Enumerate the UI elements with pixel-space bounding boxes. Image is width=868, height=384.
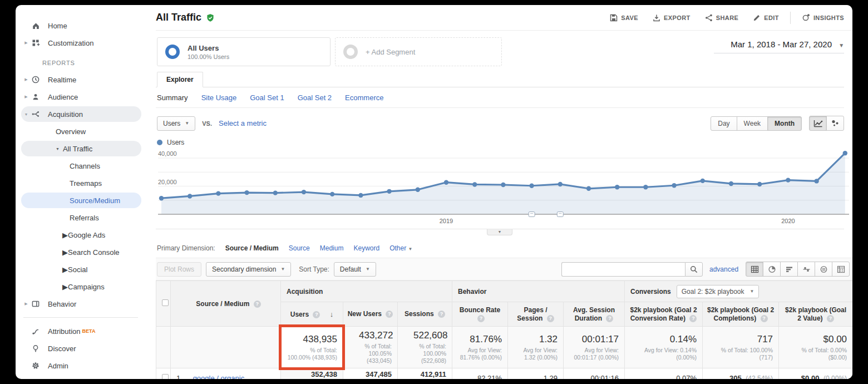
share-button[interactable]: SHARE <box>705 14 739 22</box>
subtab-goal-set-2[interactable]: Goal Set 2 <box>298 93 332 102</box>
sidebar-item-source-medium[interactable]: Source/Medium <box>21 193 141 208</box>
granularity-month-button[interactable]: Month <box>767 116 802 131</box>
dimension-other-dropdown[interactable]: Other ▼ <box>389 244 412 252</box>
help-icon[interactable]: ? <box>761 315 768 322</box>
source-medium-link[interactable]: google / organic <box>193 374 245 379</box>
metric-dropdown[interactable]: Users ▼ <box>157 116 195 131</box>
sidebar-item-google-ads[interactable]: ▶ Google Ads <box>21 227 141 243</box>
sidebar-label: Google Ads <box>68 231 105 239</box>
column-avg-session-duration[interactable]: Avg. Session Duration ? <box>564 302 625 327</box>
search-button[interactable] <box>685 262 703 277</box>
sidebar-item-acquisition[interactable]: ▼ Acquisition <box>21 106 141 122</box>
sidebar-item-overview[interactable]: Overview <box>21 124 141 139</box>
dimension-keyword-link[interactable]: Keyword <box>353 244 379 252</box>
subtab-goal-set-1[interactable]: Goal Set 1 <box>250 93 284 102</box>
header-actions: SAVE EXPORT SHARE EDIT INSIGHTS <box>610 12 844 24</box>
select-all-checkbox[interactable] <box>162 299 169 306</box>
sort-type-dropdown[interactable]: Default ▼ <box>334 262 376 277</box>
sidebar-item-discover[interactable]: Discover <box>21 341 141 356</box>
help-icon[interactable]: ? <box>827 315 834 322</box>
svg-text:2019: 2019 <box>440 218 453 224</box>
data-view-button[interactable] <box>746 262 763 277</box>
percentage-view-button[interactable] <box>763 262 781 277</box>
sidebar-item-social[interactable]: ▶ Social <box>21 262 141 277</box>
sidebar-item-referrals[interactable]: Referrals <box>21 210 141 225</box>
metric-bar: Users ▼ VS. Select a metric Day Week Mon… <box>157 116 844 131</box>
subtab-summary[interactable]: Summary <box>157 93 188 102</box>
goal-value-cell: $0.00 (0.00%) <box>779 368 852 380</box>
plot-rows-button[interactable]: Plot Rows <box>157 262 201 277</box>
sidebar-item-treemaps[interactable]: Treemaps <box>21 175 141 191</box>
help-icon[interactable]: ? <box>689 315 697 322</box>
row-checkbox-cell <box>156 368 171 380</box>
advanced-search-link[interactable]: advanced <box>709 265 738 273</box>
column-users[interactable]: Users ? ↓ <box>281 302 343 327</box>
sidebar-item-customization[interactable]: ▶ Customization <box>21 35 141 51</box>
dimension-medium-link[interactable]: Medium <box>320 244 344 252</box>
granularity-week-button[interactable]: Week <box>737 116 768 131</box>
segment-donut-icon <box>165 45 180 59</box>
line-chart-button[interactable] <box>809 116 827 131</box>
column-label: Pages / Session <box>517 306 547 322</box>
sidebar-item-behavior[interactable]: ▶ Behavior <box>21 296 141 312</box>
row-checkbox[interactable] <box>162 374 169 379</box>
sidebar-item-all-traffic[interactable]: ▼ All Traffic <box>21 141 141 156</box>
sidebar-item-campaigns[interactable]: ▶ Campaigns <box>21 279 141 294</box>
column-goal-completions[interactable]: $2k playbook (Goal 2 Completions) ? <box>703 302 779 327</box>
column-pages-session[interactable]: Pages / Session ? <box>508 302 564 327</box>
secondary-dimension-label: Secondary dimension <box>212 265 276 273</box>
help-icon[interactable]: ? <box>547 315 554 322</box>
help-icon[interactable]: ? <box>386 311 393 318</box>
help-icon[interactable]: ? <box>313 311 320 318</box>
add-segment-button[interactable]: + Add Segment <box>335 37 502 66</box>
sidebar-item-realtime[interactable]: ▶ Realtime <box>21 72 141 87</box>
search-input[interactable] <box>561 262 685 277</box>
edit-button[interactable]: EDIT <box>753 14 779 22</box>
help-icon[interactable]: ? <box>477 315 485 322</box>
comparison-view-button[interactable] <box>797 262 815 277</box>
performance-view-button[interactable] <box>780 262 798 277</box>
motion-chart-button[interactable] <box>826 116 844 131</box>
column-new-users[interactable]: New Users ? <box>343 302 398 327</box>
collapse-chart-tab[interactable]: ▼ <box>487 229 512 235</box>
tab-explorer[interactable]: Explorer <box>157 72 203 87</box>
column-source-medium[interactable]: Source / Medium ? <box>171 281 281 327</box>
share-label: SHARE <box>716 14 739 21</box>
totals-goal-value: $0.00 <box>785 334 847 345</box>
column-sessions[interactable]: Sessions ? <box>398 302 452 327</box>
segment-all-users[interactable]: All Users 100.00% Users <box>157 37 331 66</box>
sessions-pct: (79.01%) <box>419 379 446 380</box>
column-goal-value[interactable]: $2k playbook (Goal 2 Value) ? <box>779 302 852 327</box>
column-bounce-rate[interactable]: Bounce Rate ? <box>452 302 508 327</box>
sidebar-label: Acquisition <box>48 110 83 119</box>
dimension-source-link[interactable]: Source <box>289 244 310 252</box>
help-icon[interactable]: ? <box>254 301 261 308</box>
expand-icon: ▶ <box>21 41 31 45</box>
secondary-dimension-dropdown[interactable]: Secondary dimension ▼ <box>206 262 291 277</box>
subtab-ecommerce[interactable]: Ecommerce <box>345 93 383 102</box>
column-goal-conversion-rate[interactable]: $2k playbook (Goal 2 Conversion Rate) ? <box>625 302 703 327</box>
motion-chart-icon <box>831 119 840 127</box>
term-cloud-view-button[interactable] <box>815 262 832 277</box>
goal-selector-dropdown[interactable]: Goal 2: $2k playbook ▼ <box>677 285 760 298</box>
sidebar-item-audience[interactable]: ▶ Audience <box>21 89 141 105</box>
sidebar-item-attribution[interactable]: Attribution BETA <box>21 323 141 339</box>
export-button[interactable]: EXPORT <box>653 14 691 22</box>
expand-icon: ▶ <box>62 265 68 274</box>
sidebar-item-home[interactable]: Home <box>21 18 141 33</box>
sidebar-item-admin[interactable]: Admin <box>21 358 141 373</box>
date-range-picker[interactable]: Mar 1, 2018 - Mar 27, 2020 ▼ <box>714 40 844 53</box>
sidebar-item-channels[interactable]: Channels <box>21 158 141 174</box>
sidebar-item-search-console[interactable]: ▶ Search Console <box>21 244 141 260</box>
select-metric-link[interactable]: Select a metric <box>219 119 267 127</box>
totals-goal-completions-cell: 717 % of Total: 100.00% (717) <box>703 327 779 368</box>
help-icon[interactable]: ? <box>606 315 613 322</box>
pivot-view-button[interactable] <box>832 262 850 277</box>
help-icon[interactable]: ? <box>438 311 445 318</box>
granularity-day-button[interactable]: Day <box>711 116 737 131</box>
subtab-site-usage[interactable]: Site Usage <box>201 93 237 102</box>
users-over-time-chart[interactable]: 20,00040,00020192020 <box>156 149 851 227</box>
dimension-source-medium[interactable]: Source / Medium <box>225 244 279 252</box>
save-button[interactable]: SAVE <box>610 14 638 22</box>
insights-button[interactable]: INSIGHTS <box>802 13 844 22</box>
